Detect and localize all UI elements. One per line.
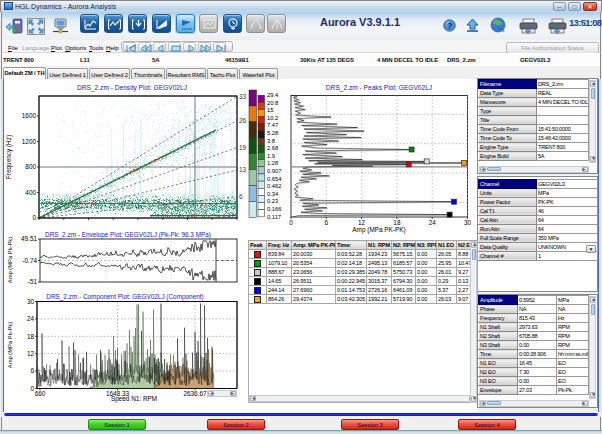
svg-text:0: 0 xyxy=(32,214,36,221)
svg-text:?: ? xyxy=(447,21,452,31)
svg-text:20.8: 20.8 xyxy=(267,100,278,106)
svg-text:2636.67: 2636.67 xyxy=(183,390,207,397)
svg-text:18: 18 xyxy=(27,333,35,340)
svg-text:0.166: 0.166 xyxy=(267,206,282,212)
svg-text:400: 400 xyxy=(25,189,36,196)
svg-text:1600: 1600 xyxy=(22,112,37,119)
svg-text:0: 0 xyxy=(289,219,293,226)
svg-text:0.654: 0.654 xyxy=(267,176,282,182)
svg-text:24: 24 xyxy=(429,219,437,226)
svg-text:0.117: 0.117 xyxy=(267,214,281,220)
svg-text:DRS_2.zm - Peaks Plot: GEGV0: DRS_2.zm - Peaks Plot: GEGV02LJ xyxy=(326,84,432,92)
svg-text:DRS_2.zm - Density Plot: GEGV0: DRS_2.zm - Density Plot: GEGV02LJ xyxy=(77,84,187,92)
svg-text:5.28: 5.28 xyxy=(267,130,278,136)
svg-text:0.23: 0.23 xyxy=(267,198,278,204)
svg-text:0.34: 0.34 xyxy=(267,191,279,197)
svg-text:30: 30 xyxy=(27,298,35,305)
svg-text:1200: 1200 xyxy=(22,138,37,145)
svg-text:Amp (MPa PK-PK): Amp (MPa PK-PK) xyxy=(352,226,405,234)
svg-text:19: 19 xyxy=(239,144,247,151)
svg-text:0.462: 0.462 xyxy=(267,183,282,189)
svg-text:10.2: 10.2 xyxy=(267,115,278,121)
svg-text:49.51: 49.51 xyxy=(21,235,37,242)
svg-text:660: 660 xyxy=(35,390,46,397)
svg-text:7.47: 7.47 xyxy=(267,122,278,128)
svg-text:2.68: 2.68 xyxy=(267,145,278,151)
svg-text:Speed N1: RPM: Speed N1: RPM xyxy=(111,395,157,403)
svg-text:3.8: 3.8 xyxy=(267,138,275,144)
svg-text:DRS_2.zm - Component Plot: GEG: DRS_2.zm - Component Plot: GEGV02LJ (Com… xyxy=(46,293,203,301)
svg-text:Amp (MPa Pk-Pk): Amp (MPa Pk-Pk) xyxy=(7,322,13,368)
svg-text:DRS_2.zm - Envelope Plot: GE: DRS_2.zm - Envelope Plot: GEGV02LJ (Pk-P… xyxy=(45,231,211,239)
svg-text:Frequency (Hz): Frequency (Hz) xyxy=(5,135,13,179)
svg-text:29.4: 29.4 xyxy=(267,92,279,98)
svg-text:800: 800 xyxy=(25,163,36,170)
svg-text:12: 12 xyxy=(27,350,35,357)
svg-text:33: 33 xyxy=(239,93,247,100)
svg-text:13: 13 xyxy=(239,166,247,173)
svg-text:-0.74: -0.74 xyxy=(22,257,37,264)
svg-text:1.9: 1.9 xyxy=(267,153,275,159)
svg-text:Amp (MPa Pk-Pk): Amp (MPa Pk-Pk) xyxy=(7,237,13,283)
svg-text:30: 30 xyxy=(464,219,472,226)
svg-text:6: 6 xyxy=(325,219,329,226)
svg-text:6: 6 xyxy=(239,193,243,200)
svg-text:6: 6 xyxy=(30,367,34,374)
svg-text:-51: -51 xyxy=(28,278,38,285)
svg-text:15: 15 xyxy=(267,107,273,113)
svg-text:1.28: 1.28 xyxy=(267,160,278,166)
svg-text:0.907: 0.907 xyxy=(267,168,282,174)
svg-text:24: 24 xyxy=(27,315,35,322)
svg-text:26: 26 xyxy=(239,117,247,124)
